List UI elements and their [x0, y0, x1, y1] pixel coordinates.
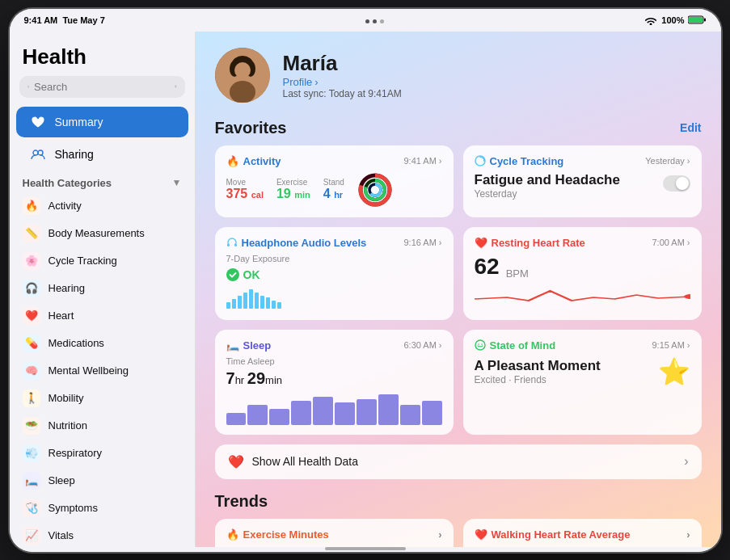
cat-heart[interactable]: ❤️ Heart	[10, 302, 195, 330]
cat-hearing[interactable]: 🎧 Hearing	[10, 275, 195, 302]
exercise-trend-card[interactable]: 🔥 Exercise Minutes › On average, you ear…	[215, 519, 454, 547]
summary-icon	[29, 113, 47, 131]
mental-icon: 🧠	[23, 362, 40, 380]
cat-nutrition[interactable]: 🥗 Nutrition	[10, 412, 195, 440]
chevron-icon: ▼	[172, 177, 182, 188]
activity-card-time: 9:41 AM ›	[403, 156, 441, 166]
state-of-mind-card-title: State of Mind	[475, 339, 556, 352]
exercise-trend-title: 🔥 Exercise Minutes ›	[226, 528, 442, 541]
svg-rect-1	[689, 17, 703, 23]
cards-grid: 🔥 Activity 9:41 AM › Move 375 cal	[196, 145, 721, 444]
favorites-section: Favorites Edit	[196, 116, 721, 145]
svg-rect-5	[175, 86, 176, 87]
cat-mental[interactable]: 🧠 Mental Wellbeing	[10, 357, 195, 385]
edit-button[interactable]: Edit	[680, 121, 701, 134]
dot-2	[373, 19, 377, 23]
nav-sharing[interactable]: Sharing	[16, 139, 188, 170]
sleep-icon: 🛏️	[23, 472, 40, 490]
move-stat: Move 375 cal	[226, 178, 264, 201]
state-of-mind-card-header: State of Mind 9:15 AM ›	[475, 339, 690, 352]
profile-link[interactable]: Profile ›	[283, 76, 402, 88]
sharing-icon	[29, 145, 47, 163]
respiratory-icon: 💨	[23, 444, 40, 462]
home-indicator	[325, 547, 406, 550]
home-bar	[10, 547, 721, 552]
state-of-mind-card-time: 9:15 AM ›	[652, 340, 690, 350]
cat-mobility[interactable]: 🚶 Mobility	[10, 385, 195, 412]
activity-card[interactable]: 🔥 Activity 9:41 AM › Move 375 cal	[215, 145, 454, 217]
wifi-icon	[644, 15, 657, 25]
search-bar[interactable]	[19, 76, 185, 98]
cycle-date: Yesterday	[475, 188, 690, 200]
moment-display: A Pleasant Moment Excited · Friends ⭐	[475, 356, 690, 387]
cat-respiratory[interactable]: 💨 Respiratory	[10, 440, 195, 467]
svg-point-28	[475, 340, 485, 350]
show-all-label: Show All Health Data	[252, 455, 677, 468]
svg-rect-2	[704, 19, 706, 22]
avatar-image	[215, 48, 270, 103]
status-bar: 9:41 AM Tue May 7 100%	[10, 9, 721, 32]
body-icon: 📏	[23, 225, 40, 242]
trends-section: Trends 🔥 Exercise Minutes › On average, …	[196, 492, 721, 547]
search-icon	[27, 82, 30, 92]
dot-3	[380, 19, 384, 23]
sleep-card[interactable]: 🛏️ Sleep 6:30 AM › Time Asleep 7hr 29min	[215, 330, 454, 435]
cycle-icon: 🌸	[23, 252, 40, 270]
dot-1	[365, 19, 369, 23]
sleep-bars	[226, 393, 442, 425]
heart-rate-card-title: ❤️ Resting Heart Rate	[475, 237, 585, 249]
heart-rate-card[interactable]: ❤️ Resting Heart Rate 7:00 AM › 62 BPM	[463, 227, 702, 320]
svg-point-29	[478, 343, 479, 345]
exercise-stat: Exercise 19 min	[276, 178, 310, 201]
profile-info: María Profile › Last sync: Today at 9:41…	[283, 51, 402, 99]
status-time: 9:41 AM Tue May 7	[24, 15, 105, 25]
sleep-card-header: 🛏️ Sleep 6:30 AM ›	[226, 339, 442, 352]
nutrition-icon: 🥗	[23, 417, 40, 435]
nav-summary-label: Summary	[55, 116, 103, 128]
state-of-mind-card[interactable]: State of Mind 9:15 AM › A Pleasant Momen…	[463, 330, 702, 435]
show-all-row[interactable]: ❤️ Show All Health Data ›	[215, 444, 702, 479]
cycle-card[interactable]: Cycle Tracking Yesterday › Fatigue and H…	[463, 145, 702, 217]
headphone-card[interactable]: Headphone Audio Levels 9:16 AM › 7-Day E…	[215, 227, 454, 320]
svg-point-8	[33, 150, 38, 155]
svg-point-16	[230, 81, 255, 103]
cat-vitals[interactable]: 📈 Vitals	[10, 522, 195, 547]
activity-stats: Move 375 cal Exercise 19 min Stand 4 hr	[226, 172, 442, 208]
headphone-card-header: Headphone Audio Levels 9:16 AM ›	[226, 237, 442, 249]
svg-point-27	[683, 294, 690, 299]
cat-activity[interactable]: 🔥 Activity	[10, 192, 195, 220]
cycle-tracking-icon	[475, 155, 486, 166]
cat-sleep[interactable]: 🛏️ Sleep	[10, 467, 195, 495]
cycle-card-title: Cycle Tracking	[475, 155, 564, 167]
cat-symptoms[interactable]: 🩺 Symptoms	[10, 495, 195, 522]
heart-rate-card-time: 7:00 AM ›	[652, 238, 690, 247]
activity-icon: 🔥	[23, 197, 40, 215]
cycle-card-time: Yesterday ›	[645, 156, 690, 166]
exposure-label: 7-Day Exposure	[226, 254, 442, 263]
trends-title: Trends	[215, 492, 702, 511]
battery-icon	[688, 15, 706, 24]
activity-card-title: 🔥 Activity	[226, 155, 281, 167]
sleep-card-title: 🛏️ Sleep	[226, 339, 272, 352]
cat-cycle[interactable]: 🌸 Cycle Tracking	[10, 247, 195, 275]
cycle-card-header: Cycle Tracking Yesterday ›	[475, 155, 690, 167]
headphone-bars	[226, 286, 442, 309]
svg-rect-24	[227, 243, 230, 246]
heart-rate-card-header: ❤️ Resting Heart Rate 7:00 AM ›	[475, 237, 690, 249]
walking-heart-trend-card[interactable]: ❤️ Walking Heart Rate Average › On avera…	[463, 519, 702, 547]
nav-summary[interactable]: Summary	[16, 107, 188, 137]
cat-body[interactable]: 📏 Body Measurements	[10, 220, 195, 247]
favorites-title: Favorites	[215, 119, 287, 137]
heart-line-chart	[475, 283, 690, 310]
svg-point-9	[38, 150, 43, 155]
categories-header: Health Categories ▼	[10, 171, 195, 192]
state-of-mind-icon	[475, 339, 486, 351]
cat-medications[interactable]: 💊 Medications	[10, 330, 195, 357]
profile-header: María Profile › Last sync: Today at 9:41…	[196, 32, 721, 116]
headphone-card-time: 9:16 AM ›	[403, 238, 441, 247]
cycle-toggle	[663, 175, 690, 192]
ok-check-icon	[226, 268, 239, 281]
search-input[interactable]	[34, 81, 170, 93]
show-all-icon: ❤️	[228, 454, 244, 469]
svg-point-26	[226, 268, 239, 281]
